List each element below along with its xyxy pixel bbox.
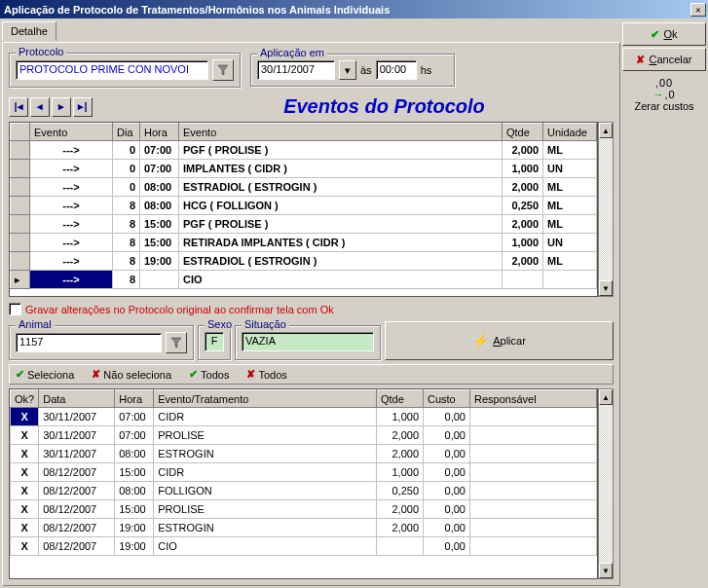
nav-first-button[interactable]: |◂: [9, 97, 28, 117]
section-title: Eventos do Protocolo: [155, 95, 614, 118]
hs-label: hs: [421, 64, 432, 76]
table-row[interactable]: X 30/11/200708:00ESTROGIN 2,0000,00: [11, 445, 597, 463]
events-grid[interactable]: Evento Dia Hora Evento Qtde Unidade --->…: [9, 122, 598, 297]
gravar-checkbox[interactable]: [9, 303, 21, 315]
zerar-custos-button[interactable]: ,00→,0 Zerar custos: [622, 73, 706, 112]
table-row[interactable]: X 30/11/200707:00PROLISE 2,0000,00: [11, 426, 597, 445]
table-row[interactable]: ---> 8 08:00 HCG ( FOLLIGON ) 0,250 ML: [11, 197, 597, 215]
col-evento[interactable]: Evento: [179, 124, 503, 141]
zerar-icon: ,00→,0: [622, 77, 706, 100]
table-row[interactable]: ---> 8 15:00 RETIRADA IMPLANTES ( CIDR )…: [11, 234, 597, 252]
col-hora[interactable]: Hora: [140, 124, 179, 141]
scroll-up-button[interactable]: ▲: [599, 123, 613, 138]
col-evt-trat[interactable]: Evento/Tratamento: [154, 390, 377, 408]
table-row[interactable]: ---> 0 07:00 PGF ( PROLISE ) 2,000 ML: [11, 141, 597, 160]
date-dropdown-button[interactable]: ▾: [339, 60, 356, 80]
aplicacao-date-input[interactable]: 30/11/2007: [257, 60, 335, 80]
aplicacao-time-input[interactable]: 00:00: [376, 60, 417, 80]
col-qtde[interactable]: Qtde: [503, 124, 543, 141]
col-custo[interactable]: Custo: [424, 390, 470, 408]
nao-seleciona-button[interactable]: ✘Não seleciona: [92, 368, 171, 381]
seleciona-button[interactable]: ✔Seleciona: [16, 368, 74, 381]
col-hora2[interactable]: Hora: [115, 390, 154, 408]
table-row[interactable]: X 08/12/200715:00PROLISE 2,0000,00: [11, 500, 597, 519]
situacao-input: VAZIA: [242, 332, 374, 351]
as-label: às: [360, 64, 372, 76]
protocolo-legend: Protocolo: [16, 46, 66, 57]
zerar-label: Zerar custos: [622, 100, 706, 112]
x-icon: ✘: [636, 54, 645, 66]
animal-input[interactable]: 1157: [16, 333, 162, 352]
table-row[interactable]: X 08/12/200719:00ESTROGIN 2,0000,00: [11, 519, 597, 537]
animal-filter-button[interactable]: [166, 332, 187, 353]
apply-scrollbar[interactable]: ▲ ▼: [598, 388, 614, 579]
sexo-legend: Sexo: [205, 318, 235, 330]
nav-last-button[interactable]: ▸|: [73, 97, 93, 117]
todos-select-button[interactable]: ✔Todos: [189, 368, 229, 381]
protocolo-input[interactable]: PROTOCOLO PRIME CON NOVOI: [16, 60, 208, 80]
window-title: Aplicação de Protocolo de Tratamentos/Ho…: [4, 4, 690, 16]
table-row[interactable]: X 08/12/200719:00CIO 0,00: [11, 537, 597, 556]
x-icon: ✘: [92, 368, 100, 381]
cancel-button[interactable]: ✘ Cancelar: [622, 48, 706, 71]
protocolo-filter-button[interactable]: [212, 59, 234, 81]
scroll-down-button[interactable]: ▼: [599, 563, 613, 578]
scroll-up-button[interactable]: ▲: [599, 389, 613, 405]
col-evento-arrow[interactable]: Evento: [30, 124, 113, 141]
check-icon: ✔: [16, 368, 24, 381]
tab-detalhe[interactable]: Detalhe: [2, 21, 56, 41]
nav-prev-button[interactable]: ◂: [30, 97, 50, 117]
col-unidade[interactable]: Unidade: [543, 124, 597, 141]
scroll-down-button[interactable]: ▼: [599, 280, 613, 296]
ok-button[interactable]: ✔ Ok: [622, 22, 706, 46]
situacao-legend: Situação: [242, 318, 289, 330]
tab-strip: Detalhe: [2, 20, 620, 42]
check-icon: ✔: [651, 28, 659, 41]
table-row[interactable]: X 08/12/200708:00FOLLIGON 0,2500,00: [11, 482, 597, 500]
check-icon: ✔: [189, 368, 198, 381]
lightning-icon: ⚡: [472, 333, 489, 349]
aplicar-button[interactable]: ⚡ Aplicar: [385, 321, 614, 360]
close-button[interactable]: ✕: [690, 3, 706, 17]
col-resp[interactable]: Responsável: [470, 390, 597, 408]
events-scrollbar[interactable]: ▲ ▼: [598, 122, 614, 297]
gravar-label: Gravar alterações no Protocolo original …: [25, 304, 334, 315]
funnel-icon: [170, 337, 182, 349]
col-qtde2[interactable]: Qtde: [377, 390, 424, 408]
col-ok[interactable]: Ok?: [11, 390, 39, 408]
table-row[interactable]: ---> 8 19:00 ESTRADIOL ( ESTROGIN ) 2,00…: [11, 252, 597, 271]
table-row[interactable]: ---> 0 07:00 IMPLANTES ( CIDR ) 1,000 UN: [11, 160, 597, 178]
x-icon: ✘: [246, 368, 255, 381]
todos-deselect-button[interactable]: ✘Todos: [246, 368, 286, 381]
table-row[interactable]: ▸ ---> 8 CIO: [11, 271, 597, 289]
col-data[interactable]: Data: [39, 390, 115, 408]
table-row[interactable]: X 30/11/200707:00CIDR 1,0000,00: [11, 408, 597, 426]
funnel-icon: [217, 64, 229, 76]
title-bar: Aplicação de Protocolo de Tratamentos/Ho…: [0, 0, 708, 18]
aplicacao-legend: Aplicação em: [257, 47, 327, 58]
table-row[interactable]: X 08/12/200715:00CIDR 1,0000,00: [11, 463, 597, 482]
table-row[interactable]: ---> 0 08:00 ESTRADIOL ( ESTROGIN ) 2,00…: [11, 178, 597, 197]
sexo-input: F: [205, 332, 224, 351]
nav-next-button[interactable]: ▸: [52, 97, 71, 117]
animal-legend: Animal: [16, 318, 55, 330]
apply-grid[interactable]: Ok? Data Hora Evento/Tratamento Qtde Cus…: [9, 388, 598, 579]
table-row[interactable]: ---> 8 15:00 PGF ( PROLISE ) 2,000 ML: [11, 215, 597, 234]
col-dia[interactable]: Dia: [113, 124, 140, 141]
